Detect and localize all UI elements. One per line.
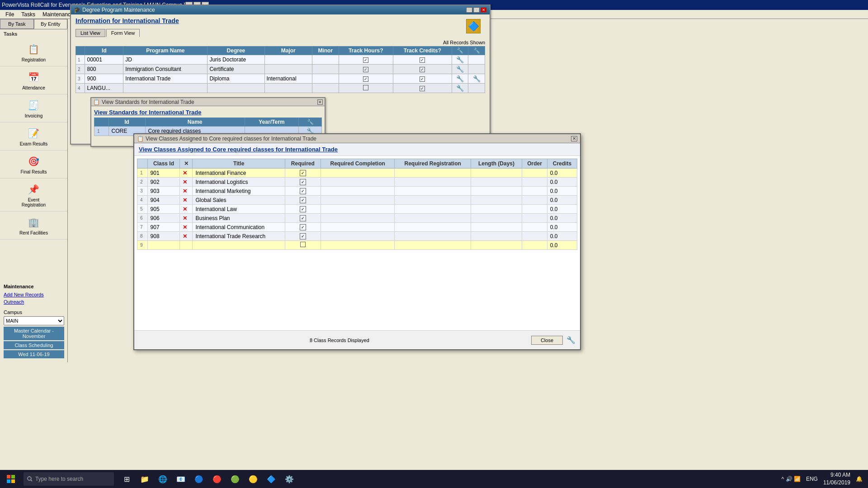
required-checkbox[interactable] — [300, 206, 306, 212]
cell-degree: Diploma — [208, 74, 264, 84]
cell-icon1[interactable]: 🔧 — [452, 84, 468, 93]
cell-icon1[interactable]: 🔧 — [452, 74, 468, 84]
delete-row-button[interactable]: ✕ — [180, 223, 193, 232]
degree-close-button[interactable]: ✕ — [481, 7, 487, 13]
cell-icon1[interactable]: 🔧 — [452, 65, 468, 74]
sidebar-item-attendance[interactable]: 📅 Attendance — [0, 66, 67, 94]
delete-row-button[interactable]: ✕ — [180, 232, 193, 241]
app-icon-2[interactable]: 🔴 — [210, 472, 224, 486]
add-new-records-link[interactable]: Add New Records — [4, 291, 64, 298]
delete-row-button[interactable]: ✕ — [180, 169, 193, 178]
delete-row-button[interactable]: ✕ — [180, 187, 193, 196]
file-explorer-button[interactable]: 📁 — [137, 472, 152, 486]
app-icon-6[interactable]: ⚙️ — [282, 472, 297, 486]
svg-rect-3 — [11, 479, 15, 483]
class-scheduling-button[interactable]: Class Scheduling — [4, 341, 64, 349]
sidebar-item-rent-facilities[interactable]: 🏢 Rent Facilities — [0, 211, 67, 239]
sidebar-item-registration[interactable]: 📋 Registration — [0, 38, 67, 66]
required-checkbox[interactable] — [300, 233, 306, 239]
app-icon-4[interactable]: 🟡 — [246, 472, 260, 486]
table-row[interactable]: 5 905 ✕ International Law 0.0 — [137, 205, 577, 214]
menu-file[interactable]: File — [2, 10, 18, 19]
table-row[interactable]: 4 904 ✕ Global Sales 0.0 — [137, 196, 577, 205]
delete-row-button[interactable]: ✕ — [180, 205, 193, 214]
tab-by-entity[interactable]: By Entity — [34, 19, 68, 29]
cell-track-credits — [393, 84, 452, 93]
table-row[interactable]: 7 907 ✕ International Communication 0.0 — [137, 223, 577, 232]
empty-checkbox[interactable] — [300, 242, 306, 247]
cls-cell-id[interactable]: 902 — [147, 178, 180, 187]
mail-button[interactable]: 📧 — [174, 472, 188, 486]
delete-row-button[interactable]: ✕ — [180, 196, 193, 205]
cls-cell-credits: 0.0 — [547, 214, 577, 223]
delete-row-button[interactable]: ✕ — [180, 178, 193, 187]
sidebar-item-event-registration[interactable]: 📌 EventRegistration — [0, 178, 67, 211]
table-row[interactable]: 1 00001 JD Juris Doctorate 🔧 — [76, 55, 485, 65]
cls-cell-id[interactable]: 906 — [147, 214, 180, 223]
table-row[interactable]: 2 902 ✕ International Logistics 0.0 — [137, 178, 577, 187]
required-checkbox[interactable] — [300, 215, 306, 221]
std-col-name: Name — [145, 118, 245, 127]
table-row[interactable]: 8 908 ✕ International Trade Research 0.0 — [137, 232, 577, 241]
taskbar-search-box[interactable]: Type here to search — [24, 472, 114, 486]
taskbar: Type here to search ⊞ 📁 🌐 📧 🔵 🔴 🟢 🟡 🔷 ⚙️… — [0, 470, 868, 488]
cls-cell-id[interactable]: 905 — [147, 205, 180, 214]
cls-cell-id[interactable]: 908 — [147, 232, 180, 241]
cls-cell-id[interactable] — [147, 241, 180, 250]
sidebar-item-final-results[interactable]: 🎯 Final Results — [0, 150, 67, 178]
cls-cell-id[interactable]: 904 — [147, 196, 180, 205]
form-view-tab[interactable]: Form View — [106, 29, 140, 37]
col-major: Major — [264, 47, 312, 55]
start-button[interactable] — [0, 470, 22, 488]
cls-cell-id[interactable]: 903 — [147, 187, 180, 196]
campus-select[interactable]: MAIN — [4, 316, 64, 325]
tab-by-task[interactable]: By Task — [0, 19, 34, 29]
app-icon-3[interactable]: 🟢 — [228, 472, 242, 486]
table-row[interactable]: 2 800 Immigration Consultant Certificate… — [76, 65, 485, 74]
required-checkbox[interactable] — [300, 224, 306, 230]
required-checkbox[interactable] — [300, 188, 306, 194]
cls-cell-order — [522, 178, 547, 187]
cls-col-order: Order — [522, 159, 547, 169]
row-num: 1 — [76, 55, 85, 65]
app-icon-5[interactable]: 🔷 — [264, 472, 278, 486]
required-checkbox[interactable] — [300, 197, 306, 203]
sidebar-item-exam-results[interactable]: 📝 Exam Results — [0, 122, 67, 150]
menu-tasks[interactable]: Tasks — [18, 10, 39, 19]
table-row[interactable]: 1 901 ✕ International Finance 0.0 — [137, 169, 577, 178]
sidebar-item-invoicing[interactable]: 🧾 Invoicing — [0, 94, 67, 122]
tray-icons: ^ 🔊 📶 — [782, 476, 801, 482]
table-row[interactable]: 6 906 ✕ Business Plan 0.0 — [137, 214, 577, 223]
table-row-empty[interactable]: 9 0.0 — [137, 241, 577, 250]
cls-cell-id[interactable]: 901 — [147, 169, 180, 178]
table-row[interactable]: 4 LANGU... 🔧 — [76, 84, 485, 93]
task-view-button[interactable]: ⊞ — [119, 472, 134, 486]
list-view-tab[interactable]: List View — [75, 29, 105, 37]
browser-button[interactable]: 🌐 — [156, 472, 170, 486]
cls-cell-credits: 0.0 — [547, 169, 577, 178]
table-row[interactable]: 3 900 International Trade Diploma Intern… — [76, 74, 485, 84]
notification-button[interactable]: 🔔 — [856, 476, 863, 482]
master-calendar-button[interactable]: Master Calendar - November — [4, 327, 64, 340]
classes-table-wrapper[interactable]: Class Id ✕ Title Required Required Compl… — [134, 156, 580, 332]
standards-close-button[interactable]: ✕ — [317, 99, 323, 105]
cell-icon2[interactable]: 🔧 — [468, 74, 485, 84]
footer-right: Close 🔧 — [531, 336, 576, 345]
app-icon-1[interactable]: 🔵 — [192, 472, 206, 486]
degree-restore-button[interactable]: □ — [473, 7, 480, 13]
outreach-link[interactable]: Outreach — [4, 298, 64, 305]
cls-cell-id[interactable]: 907 — [147, 223, 180, 232]
delete-row-button[interactable]: ✕ — [180, 214, 193, 223]
cell-icon1[interactable]: 🔧 — [452, 55, 468, 65]
cell-degree: Juris Doctorate — [208, 55, 264, 65]
windows-icon — [7, 475, 15, 483]
cell-track-credits — [393, 74, 452, 84]
campus-label: Campus — [4, 309, 22, 316]
table-row[interactable]: 3 903 ✕ International Marketing 0.0 — [137, 187, 577, 196]
degree-table-area: All Records Shown Id Program Name Degree… — [71, 39, 490, 94]
classes-close-button[interactable]: Close — [531, 336, 563, 345]
required-checkbox[interactable] — [300, 179, 306, 185]
classes-close-x-button[interactable]: ✕ — [571, 136, 577, 141]
degree-minimize-button[interactable]: _ — [466, 7, 472, 13]
required-checkbox[interactable] — [300, 170, 306, 176]
